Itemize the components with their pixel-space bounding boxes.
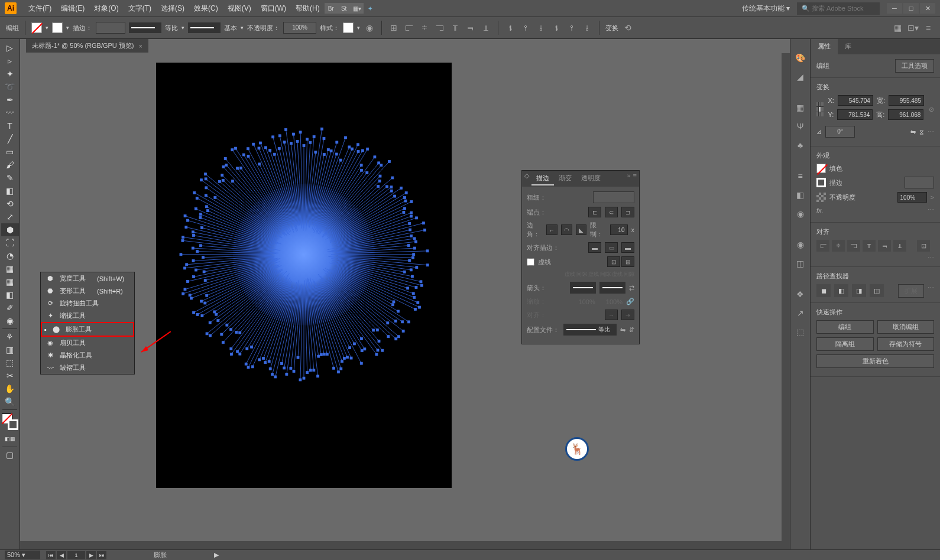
stroke-weight-input[interactable] xyxy=(593,191,634,203)
flyout-warp-tool[interactable]: ⬣变形工具 (Shift+R) xyxy=(41,285,134,297)
align-hcenter-icon[interactable]: ⫩ xyxy=(419,22,430,34)
gpu-icon[interactable]: ✦ xyxy=(364,3,377,14)
screen-mode[interactable]: ▢ xyxy=(1,448,19,461)
transform-label[interactable]: 变换 xyxy=(605,24,618,32)
stroke-weight-prop[interactable] xyxy=(905,177,934,188)
align-bottom[interactable]: ⫫ xyxy=(893,240,906,252)
libraries-tab[interactable]: 库 xyxy=(838,39,858,54)
brushes-panel-icon[interactable]: Ψ xyxy=(793,119,808,134)
tool-options-button[interactable]: 工具选项 xyxy=(895,59,934,73)
align-to-key[interactable]: ⊡ xyxy=(917,240,930,252)
group-button[interactable]: 编组 xyxy=(816,320,874,334)
flyout-bloat-tool[interactable]: ▪⬤膨胀工具 xyxy=(41,322,134,337)
constrain-icon[interactable]: ⊘ xyxy=(929,106,934,113)
opacity-dropdown[interactable]: 100% xyxy=(283,22,316,34)
profile-dropdown[interactable]: 等比 xyxy=(563,324,617,336)
flyout-crystallize-tool[interactable]: ✱晶格化工具 xyxy=(41,349,134,362)
arrow-end[interactable] xyxy=(599,282,625,294)
flyout-width-tool[interactable]: ⬢宽度工具 (Shift+W) xyxy=(41,272,134,285)
rotation-input[interactable]: 0° xyxy=(825,126,855,138)
flip-h-icon[interactable]: ⇋ xyxy=(910,128,916,136)
align-hcenter[interactable]: ⫩ xyxy=(832,240,845,252)
nav-last[interactable]: ⏭ xyxy=(97,551,106,559)
stroke-swatch[interactable] xyxy=(52,22,63,33)
arrange-icon[interactable]: ▦▾ xyxy=(351,3,364,14)
dist-spacing-icon[interactable]: ⫰ xyxy=(535,22,547,34)
zoom-tool[interactable]: 🔍 xyxy=(1,395,19,408)
bridge-icon[interactable]: Br xyxy=(325,3,338,14)
cap-butt[interactable]: ⊏ xyxy=(588,207,601,217)
line-tool[interactable]: ╱ xyxy=(1,132,19,145)
artwork-starburst[interactable] xyxy=(174,125,434,385)
align-outside[interactable]: ▬ xyxy=(621,242,634,253)
nav-prev[interactable]: ◀ xyxy=(57,551,66,559)
artboard-tool[interactable]: ⬚ xyxy=(1,356,19,369)
shaper-tool[interactable]: ✎ xyxy=(1,171,19,184)
recolor-button[interactable]: 重新着色 xyxy=(816,354,934,368)
direct-selection-tool[interactable]: ▹ xyxy=(1,54,19,67)
recolor-icon[interactable]: ◉ xyxy=(364,22,375,34)
zoom-selector[interactable]: 50% ▾ xyxy=(5,551,40,559)
menu-type[interactable]: 文字(T) xyxy=(124,1,156,16)
flyout-scallop-tool[interactable]: ◉扇贝工具 xyxy=(41,337,134,349)
y-input[interactable] xyxy=(837,109,873,120)
dist-v2-icon[interactable]: ⫯ xyxy=(566,22,578,34)
width-tool[interactable]: ⬢ xyxy=(1,223,19,236)
flip-y-icon[interactable]: ⇵ xyxy=(629,326,634,334)
list-icon[interactable]: ≡ xyxy=(922,22,934,34)
stroke-weight-dropdown[interactable] xyxy=(96,22,125,34)
x-input[interactable] xyxy=(838,95,873,106)
nav-page[interactable]: 1 xyxy=(67,551,85,559)
canvas[interactable]: 未标题-1* @ 50% (RGB/GPU 预览) × 🦌 ⬢宽度工具 xyxy=(20,39,790,549)
pf-intersect[interactable]: ◨ xyxy=(852,284,866,297)
swatches-panel-icon[interactable]: ▦ xyxy=(793,100,808,115)
nav-first[interactable]: ⏮ xyxy=(46,551,56,559)
cap-round[interactable]: ⊂ xyxy=(605,207,618,217)
menu-help[interactable]: 帮助(H) xyxy=(291,1,325,16)
symbol-sprayer-tool[interactable]: ⚘ xyxy=(1,330,19,343)
align-bottom-icon[interactable]: ⫫ xyxy=(480,22,492,34)
close-tab-icon[interactable]: × xyxy=(139,43,142,50)
align-inside[interactable]: ▭ xyxy=(605,242,618,253)
dist-v-icon[interactable]: ⫯ xyxy=(520,22,531,34)
workspace-selector[interactable]: 传统基本功能 ▾ xyxy=(737,2,795,15)
dash-align-2[interactable]: ⊞ xyxy=(621,256,634,267)
reference-point[interactable] xyxy=(816,102,824,116)
horizontal-scrollbar[interactable] xyxy=(20,541,782,549)
arrow-start[interactable] xyxy=(570,282,596,294)
pen-tool[interactable]: ✒ xyxy=(1,93,19,106)
expand-button[interactable]: 扩展 xyxy=(898,284,924,298)
scale-tool[interactable]: ⤢ xyxy=(1,210,19,223)
rotate-tool[interactable]: ⟲ xyxy=(1,197,19,210)
align-top-icon[interactable]: ⫪ xyxy=(449,22,461,34)
paintbrush-tool[interactable]: 🖌 xyxy=(1,158,19,171)
color-guide-icon[interactable]: ◢ xyxy=(793,70,808,84)
gradient-tool[interactable]: ◧ xyxy=(1,288,19,301)
transparency-tab[interactable]: 透明度 xyxy=(576,172,605,185)
align-left-icon[interactable]: ⫍ xyxy=(403,22,415,34)
join-round[interactable]: ◠ xyxy=(561,224,572,235)
opacity-swatch[interactable] xyxy=(816,193,826,202)
dash-align-1[interactable]: ⊡ xyxy=(607,256,620,267)
stroke-panel-icon[interactable]: ≡ xyxy=(793,169,808,183)
dist-h-icon[interactable]: ⫮ xyxy=(504,22,516,34)
rectangle-tool[interactable]: ▭ xyxy=(1,145,19,158)
menu-view[interactable]: 视图(V) xyxy=(223,1,256,16)
menu-effect[interactable]: 效果(C) xyxy=(189,1,223,16)
artboard[interactable] xyxy=(156,63,452,488)
magic-wand-tool[interactable]: ✦ xyxy=(1,67,19,80)
stroke-profile[interactable] xyxy=(129,22,161,33)
maximize-button[interactable]: □ xyxy=(903,3,919,14)
asset-export-icon[interactable]: ↗ xyxy=(793,306,808,320)
pf-minus[interactable]: ◧ xyxy=(834,284,848,297)
gradient-panel-icon[interactable]: ◧ xyxy=(793,188,808,202)
style-swatch[interactable] xyxy=(343,22,354,33)
menu-file[interactable]: 文件(F) xyxy=(24,1,56,16)
flyout-pucker-tool[interactable]: ✦缩拢工具 xyxy=(41,310,134,322)
dist-h2-icon[interactable]: ⫮ xyxy=(550,22,562,34)
artboards-panel-icon[interactable]: ⬚ xyxy=(793,325,808,339)
mesh-tool[interactable]: ▦ xyxy=(1,275,19,288)
blend-tool[interactable]: ◉ xyxy=(1,314,19,327)
menu-window[interactable]: 窗口(W) xyxy=(256,1,291,16)
ungroup-button[interactable]: 取消编组 xyxy=(877,320,935,334)
